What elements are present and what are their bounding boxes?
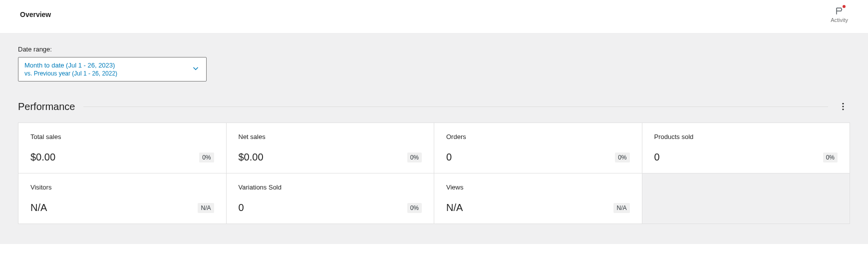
section-title: Performance (18, 101, 75, 112)
stat-badge: 0% (407, 203, 422, 213)
activity-button[interactable]: Activity (831, 6, 848, 23)
stat-row: $0.00 0% (30, 152, 214, 163)
stat-badge: 0% (823, 152, 838, 162)
stat-card-variations-sold[interactable]: Variations Sold 0 0% (227, 174, 434, 224)
stat-card-visitors[interactable]: Visitors N/A N/A (18, 174, 226, 224)
content-area: Date range: Month to date (Jul 1 - 26, 2… (0, 34, 868, 244)
stat-value: 0 (239, 202, 244, 214)
stat-value: N/A (446, 202, 463, 214)
stat-label: Total sales (30, 133, 214, 140)
svg-point-0 (843, 103, 844, 104)
stat-card-views[interactable]: Views N/A N/A (434, 174, 642, 224)
stat-value: $0.00 (239, 152, 264, 163)
performance-cards-grid: Total sales $0.00 0% Net sales $0.00 0% … (18, 122, 850, 224)
date-range-dropdown[interactable]: Month to date (Jul 1 - 26, 2023) vs. Pre… (18, 57, 207, 82)
stat-label: Visitors (30, 184, 214, 191)
date-range-label: Date range: (18, 46, 850, 53)
stat-row: $0.00 0% (239, 152, 422, 163)
stat-badge: 0% (615, 152, 629, 162)
stat-badge: N/A (198, 203, 214, 213)
stat-badge: 0% (407, 152, 422, 162)
stat-card-net-sales[interactable]: Net sales $0.00 0% (227, 123, 434, 173)
stat-row: 0 0% (239, 202, 422, 214)
kebab-icon (838, 102, 848, 112)
stat-card-products-sold[interactable]: Products sold 0 0% (642, 123, 850, 173)
page-title: Overview (20, 10, 51, 18)
stat-badge: N/A (613, 203, 629, 213)
activity-label: Activity (831, 17, 848, 23)
page-header: Overview Activity (0, 0, 868, 34)
date-range-secondary: vs. Previous year (Jul 1 - 26, 2022) (24, 70, 117, 77)
stat-label: Variations Sold (239, 184, 422, 191)
stat-value: N/A (30, 202, 47, 214)
date-range-primary: Month to date (Jul 1 - 26, 2023) (24, 62, 117, 69)
svg-point-2 (843, 108, 844, 110)
stat-label: Views (446, 184, 630, 191)
date-range-text: Month to date (Jul 1 - 26, 2023) vs. Pre… (24, 62, 117, 77)
flag-icon (835, 6, 845, 16)
stat-card-empty (642, 174, 850, 224)
stat-row: N/A N/A (30, 202, 214, 214)
chevron-down-icon (191, 64, 200, 75)
stat-value: 0 (446, 152, 452, 163)
stat-badge: 0% (199, 152, 214, 162)
stat-card-orders[interactable]: Orders 0 0% (434, 123, 642, 173)
stat-row: 0 0% (654, 152, 838, 163)
section-menu-button[interactable] (836, 100, 850, 114)
notification-dot-icon (843, 5, 846, 8)
stat-value: 0 (654, 152, 660, 163)
svg-point-1 (843, 106, 844, 108)
stat-row: N/A N/A (446, 202, 630, 214)
performance-section-header: Performance (18, 100, 850, 114)
stat-label: Products sold (654, 133, 838, 140)
divider (83, 106, 829, 107)
stat-row: 0 0% (446, 152, 630, 163)
stat-label: Orders (446, 133, 630, 140)
stat-card-total-sales[interactable]: Total sales $0.00 0% (18, 123, 226, 173)
stat-label: Net sales (239, 133, 422, 140)
stat-value: $0.00 (30, 152, 55, 163)
